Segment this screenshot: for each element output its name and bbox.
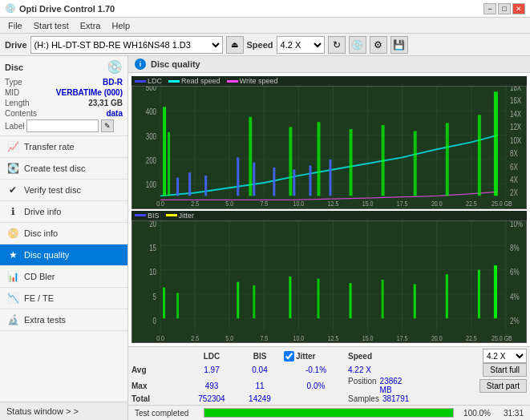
- stats-total-row: Total 752304 14249 Samples 381791: [131, 394, 527, 403]
- title-bar-title: 💿 Opti Drive Control 1.70: [5, 3, 115, 14]
- svg-text:25.0 GB: 25.0 GB: [492, 200, 512, 208]
- sidebar-item-label-extra-tests: Extra tests: [24, 315, 66, 325]
- svg-text:7.5: 7.5: [260, 333, 268, 341]
- app-icon: 💿: [5, 3, 16, 14]
- bottom-chart-svg: 20 15 10 5 0 10% 8% 6% 4% 2%: [132, 221, 526, 343]
- sidebar-item-drive-info[interactable]: ℹ Drive info: [0, 201, 127, 223]
- svg-text:25.0 GB: 25.0 GB: [492, 333, 512, 341]
- disc-type-row: Type BD-R: [5, 78, 123, 87]
- start-part-container: Start part: [479, 379, 527, 393]
- progress-bar: [204, 408, 454, 418]
- svg-text:2X: 2X: [510, 188, 518, 197]
- menu-help[interactable]: Help: [107, 20, 135, 31]
- speed-label: Speed: [247, 40, 273, 50]
- svg-text:15.0: 15.0: [362, 333, 374, 341]
- sidebar-item-label-transfer-rate: Transfer rate: [24, 142, 75, 151]
- disc-quality-header: i Disc quality: [128, 56, 530, 73]
- title-bar: 💿 Opti Drive Control 1.70 − □ ✕: [0, 0, 530, 18]
- svg-text:20.0: 20.0: [431, 333, 443, 341]
- svg-text:20.0: 20.0: [431, 200, 443, 208]
- svg-rect-103: [237, 281, 239, 317]
- svg-rect-56: [317, 122, 320, 196]
- menu-start-test[interactable]: Start test: [29, 20, 74, 31]
- speed-stats-label: Speed: [348, 352, 412, 361]
- eject-button[interactable]: ⏏: [226, 36, 244, 54]
- avg-label: Avg: [131, 365, 188, 374]
- disc-mid-label: MID: [5, 88, 19, 97]
- charts-area: LDC Read speed Write speed: [128, 73, 530, 346]
- svg-rect-110: [446, 274, 448, 318]
- create-test-disc-icon: 💽: [6, 162, 19, 175]
- svg-text:10.0: 10.0: [293, 333, 305, 341]
- sidebar-item-label-cd-bler: CD Bler: [24, 272, 55, 281]
- sidebar-item-label-create-test-disc: Create test disc: [24, 164, 85, 173]
- progress-percent: 100.0%: [459, 409, 491, 418]
- top-chart: 500 400 300 200 100 18X 16X 14X 12X 10X …: [131, 86, 527, 209]
- refresh-button[interactable]: ↻: [328, 36, 346, 54]
- disc-quality-icon: ★: [6, 248, 19, 261]
- save-button[interactable]: 💾: [390, 36, 408, 54]
- svg-rect-108: [382, 279, 384, 317]
- sidebar-item-extra-tests[interactable]: 🔬 Extra tests: [0, 309, 127, 331]
- start-full-button[interactable]: Start full: [483, 363, 527, 377]
- cd-bler-icon: 📊: [6, 270, 19, 283]
- disc-header: Disc 💿: [5, 59, 123, 75]
- disc-length-label: Length: [5, 99, 30, 107]
- svg-text:2.5: 2.5: [191, 200, 199, 208]
- speed-stats-value: 4.22 X: [348, 365, 371, 374]
- sidebar-item-disc-quality[interactable]: ★ Disc quality: [0, 244, 127, 266]
- jitter-checkbox[interactable]: [284, 351, 294, 361]
- settings-button[interactable]: ⚙: [370, 36, 387, 54]
- minimize-button[interactable]: −: [483, 3, 496, 14]
- menu-file[interactable]: File: [3, 20, 27, 31]
- legend-ldc: LDC: [135, 77, 162, 85]
- disc-label-edit-button[interactable]: ✎: [101, 119, 114, 132]
- status-window-button[interactable]: Status window > >: [0, 402, 127, 420]
- svg-rect-51: [330, 160, 332, 196]
- stats-headers: LDC BIS Jitter Speed 4.2 X: [131, 349, 527, 363]
- sidebar-item-transfer-rate[interactable]: 📈 Transfer rate: [0, 136, 127, 158]
- max-label: Max: [131, 382, 188, 390]
- sidebar-item-label-disc-info: Disc info: [24, 228, 58, 238]
- sidebar-item-create-test-disc[interactable]: 💽 Create test disc: [0, 158, 127, 180]
- legend-read-speed: Read speed: [168, 77, 220, 85]
- svg-rect-44: [188, 172, 191, 196]
- sidebar-item-disc-info[interactable]: 📀 Disc info: [0, 223, 127, 244]
- sidebar-item-label-drive-info: Drive info: [24, 207, 61, 216]
- svg-rect-62: [494, 91, 498, 196]
- disc-label-input[interactable]: [26, 119, 99, 132]
- progress-bar-fill: [204, 409, 453, 417]
- svg-rect-60: [446, 123, 449, 196]
- svg-text:4X: 4X: [510, 176, 518, 184]
- progress-time: 31:31: [496, 409, 524, 418]
- start-part-button[interactable]: Start part: [479, 379, 527, 393]
- svg-rect-105: [289, 276, 291, 317]
- speed-select-stats[interactable]: 4.2 X: [483, 349, 527, 363]
- sidebar-item-cd-bler[interactable]: 📊 CD Bler: [0, 266, 127, 288]
- svg-rect-45: [204, 176, 207, 196]
- disc-length-value: 23,31 GB: [88, 99, 123, 107]
- drive-toolbar: Drive (H:) HL-DT-ST BD-RE WH16NS48 1.D3 …: [0, 34, 530, 56]
- sidebar-item-verify-test-disc[interactable]: ✔ Verify test disc: [0, 180, 127, 201]
- svg-rect-107: [350, 283, 352, 318]
- close-button[interactable]: ✕: [512, 3, 525, 14]
- progress-area: Test completed 100.0% 31:31: [128, 405, 530, 420]
- action-buttons: 4.2 X: [483, 349, 527, 363]
- svg-rect-63: [132, 221, 526, 343]
- start-full-container: Start full: [483, 363, 527, 377]
- status-window-label: Status window > >: [6, 406, 79, 416]
- disc-contents-label: Contents: [5, 109, 37, 118]
- app-title: Opti Drive Control 1.70: [19, 4, 115, 14]
- menu-extra[interactable]: Extra: [75, 20, 106, 31]
- svg-text:7.5: 7.5: [260, 200, 268, 208]
- disc-length-row: Length 23,31 GB: [5, 99, 123, 107]
- sidebar-item-fe-te[interactable]: 📉 FE / TE: [0, 288, 127, 309]
- disc-button[interactable]: 💿: [349, 36, 366, 54]
- speed-select[interactable]: 4.2 X: [277, 36, 325, 54]
- svg-rect-58: [382, 125, 385, 196]
- disc-mid-value: VERBATIMe (000): [56, 88, 123, 97]
- drive-select[interactable]: (H:) HL-DT-ST BD-RE WH16NS48 1.D3: [30, 36, 223, 54]
- samples-value: 381791: [382, 394, 409, 403]
- svg-rect-57: [350, 129, 353, 196]
- maximize-button[interactable]: □: [498, 3, 511, 14]
